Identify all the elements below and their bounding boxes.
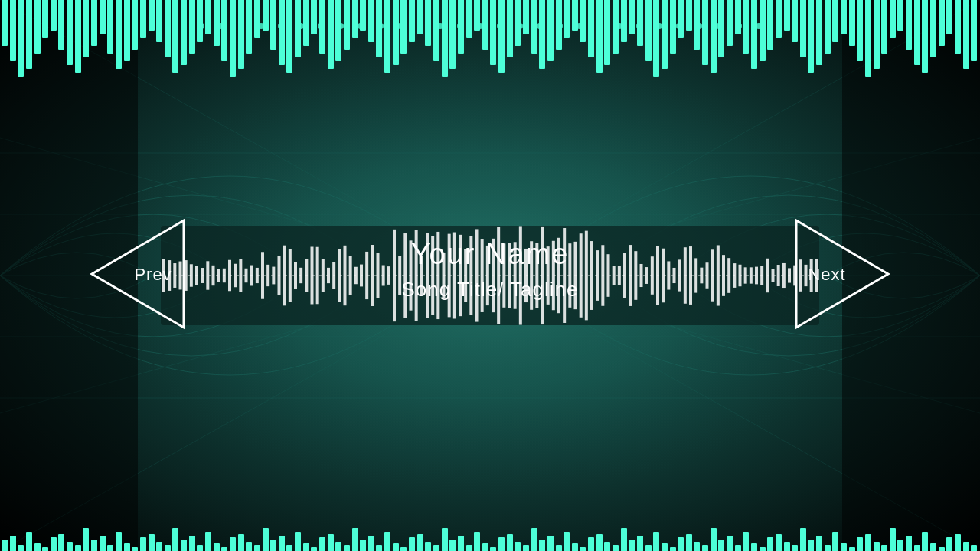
bottom-bar-27 xyxy=(221,547,227,551)
dot-4 xyxy=(278,23,284,29)
top-bar-61 xyxy=(498,0,505,73)
bottom-bar-101 xyxy=(825,545,831,551)
next-button[interactable]: Next xyxy=(781,213,896,338)
top-visualizer xyxy=(0,0,980,99)
bottom-bar-93 xyxy=(760,547,766,551)
bottom-bar-17 xyxy=(140,537,146,551)
bottom-bar-90 xyxy=(735,545,741,551)
top-bar-69 xyxy=(564,0,570,38)
bottom-bar-46 xyxy=(376,545,382,551)
bottom-bar-62 xyxy=(507,534,513,551)
top-bar-27 xyxy=(221,0,227,61)
bottom-bar-110 xyxy=(897,540,903,551)
dot-13 xyxy=(457,23,463,29)
dot-12 xyxy=(437,23,443,29)
bottom-bar-86 xyxy=(702,545,708,551)
top-bar-35 xyxy=(286,0,292,73)
top-bar-2 xyxy=(18,0,24,77)
dot-28 xyxy=(756,23,762,29)
bottom-bar-48 xyxy=(393,543,399,551)
top-bar-79 xyxy=(645,0,652,61)
bottom-bar-100 xyxy=(816,536,822,551)
prev-button[interactable]: Prev xyxy=(84,213,199,338)
top-bar-102 xyxy=(832,0,838,42)
bottom-bar-68 xyxy=(556,545,562,551)
dot-16 xyxy=(517,23,523,29)
top-bar-113 xyxy=(922,0,928,73)
bottom-bar-36 xyxy=(295,532,301,551)
top-bar-103 xyxy=(841,0,847,34)
top-bar-87 xyxy=(710,0,717,73)
top-bar-25 xyxy=(205,0,211,34)
bottom-bar-111 xyxy=(906,536,912,551)
bottom-bar-60 xyxy=(490,547,496,551)
top-bar-76 xyxy=(621,0,627,42)
bottom-bar-49 xyxy=(400,547,407,551)
top-bar-71 xyxy=(580,0,586,42)
dot-9 xyxy=(377,23,384,29)
bottom-bar-47 xyxy=(384,532,390,551)
top-bar-54 xyxy=(442,0,448,77)
bottom-bar-70 xyxy=(572,543,578,551)
bottom-bar-84 xyxy=(686,534,692,551)
bottom-bar-82 xyxy=(670,547,676,551)
top-bar-112 xyxy=(914,0,920,65)
top-bar-8 xyxy=(67,0,73,65)
top-bar-116 xyxy=(946,0,952,34)
top-bar-12 xyxy=(100,0,106,34)
bottom-bar-2 xyxy=(18,545,24,551)
bottom-bar-83 xyxy=(678,537,684,551)
bottom-bar-91 xyxy=(743,532,749,551)
top-bar-9 xyxy=(75,0,81,73)
bottom-bar-4 xyxy=(34,543,41,551)
bottom-visualizer xyxy=(0,505,980,551)
bottom-bar-94 xyxy=(767,537,773,551)
dot-15 xyxy=(497,23,503,29)
bottom-bar-85 xyxy=(694,542,700,551)
bottom-bar-33 xyxy=(270,540,276,551)
bottom-bar-114 xyxy=(930,543,936,551)
top-bar-28 xyxy=(230,0,236,77)
svg-text:Prev: Prev xyxy=(134,265,172,284)
top-bar-15 xyxy=(124,0,130,61)
bottom-bar-79 xyxy=(645,545,652,551)
top-bar-31 xyxy=(254,0,260,38)
top-bar-90 xyxy=(735,0,741,34)
top-bar-60 xyxy=(490,0,496,65)
dot-7 xyxy=(338,23,344,29)
dot-23 xyxy=(656,23,662,29)
top-bar-14 xyxy=(116,0,122,69)
bottom-bar-6 xyxy=(51,537,57,551)
bottom-bar-32 xyxy=(263,528,269,551)
top-bar-22 xyxy=(181,0,187,65)
bottom-bar-57 xyxy=(466,545,472,551)
top-bar-118 xyxy=(963,0,969,69)
bottom-bar-115 xyxy=(939,547,945,551)
bottom-bar-51 xyxy=(417,534,423,551)
bottom-bar-8 xyxy=(67,542,73,551)
bottom-bar-105 xyxy=(857,537,863,551)
bottom-bar-15 xyxy=(124,543,130,551)
bottom-bar-74 xyxy=(604,542,610,551)
bottom-bar-95 xyxy=(776,534,782,551)
dot-0 xyxy=(198,23,204,29)
bottom-bar-77 xyxy=(629,540,635,551)
top-bar-3 xyxy=(26,0,32,69)
top-bar-66 xyxy=(539,0,545,69)
bottom-bar-5 xyxy=(42,547,48,551)
dot-22 xyxy=(636,23,642,29)
bottom-bar-13 xyxy=(107,545,113,551)
bottom-bar-78 xyxy=(637,536,643,551)
bottom-bar-54 xyxy=(442,528,448,551)
bottom-bar-64 xyxy=(523,545,529,551)
bottom-bar-116 xyxy=(946,537,952,551)
app: Your Name Song Title/ Tagline Prev Next xyxy=(0,0,980,551)
top-bar-55 xyxy=(449,0,456,69)
dot-29 xyxy=(776,23,782,29)
top-bar-86 xyxy=(702,0,708,65)
dot-21 xyxy=(616,23,622,29)
top-bar-38 xyxy=(311,0,317,34)
bottom-bar-19 xyxy=(156,542,162,551)
bottom-bar-96 xyxy=(784,542,790,551)
dot-26 xyxy=(716,23,722,29)
